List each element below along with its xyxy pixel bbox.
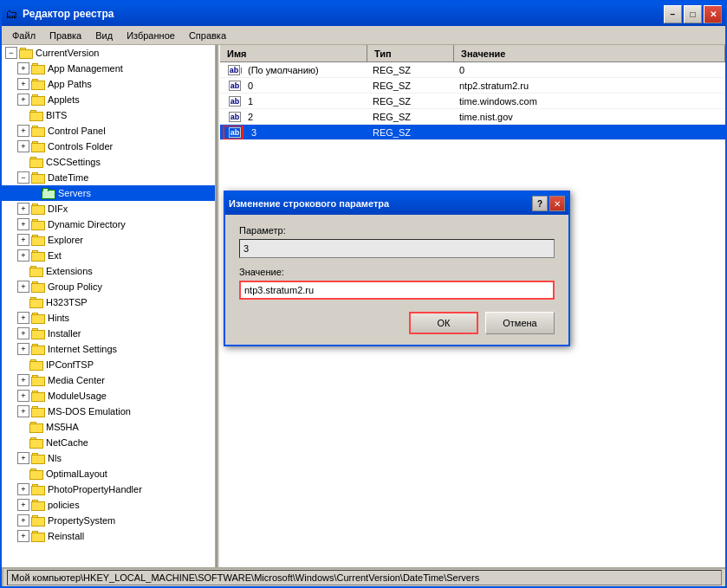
- dialog-buttons: ОК Отмена: [239, 312, 555, 334]
- dialog-help-button[interactable]: ?: [532, 196, 548, 211]
- dialog-overlay: Изменение строкового параметра ? ✕ Парам…: [0, 0, 727, 588]
- value-input[interactable]: [239, 281, 555, 300]
- param-label: Параметр:: [239, 225, 555, 236]
- dialog-close-button[interactable]: ✕: [549, 196, 565, 211]
- dialog-body: Параметр: Значение: ОК Отмена: [225, 215, 568, 345]
- dialog-title-buttons: ? ✕: [532, 196, 565, 211]
- cancel-button[interactable]: Отмена: [485, 312, 555, 334]
- ok-button[interactable]: ОК: [409, 312, 478, 334]
- edit-string-dialog: Изменение строкового параметра ? ✕ Парам…: [224, 191, 570, 346]
- dialog-title: Изменение строкового параметра: [229, 198, 532, 209]
- value-label: Значение:: [239, 267, 555, 277]
- param-input[interactable]: [239, 239, 555, 258]
- dialog-title-bar: Изменение строкового параметра ? ✕: [225, 192, 568, 215]
